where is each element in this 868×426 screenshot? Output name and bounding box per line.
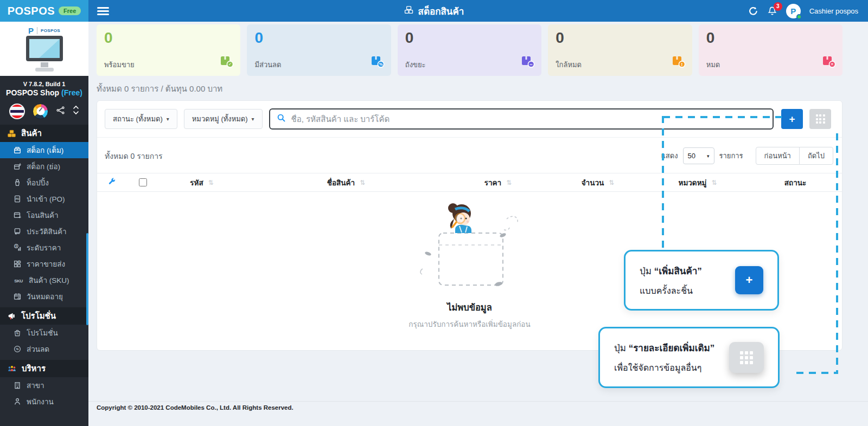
quick-icons-row: [0, 102, 88, 120]
section-management[interactable]: บริหาร: [0, 360, 88, 377]
transfer-box-icon: [13, 211, 22, 220]
card-value: 0: [405, 30, 534, 47]
svg-text:−: −: [530, 62, 533, 67]
sidebar-item-history[interactable]: ประวัติสินค้า: [0, 223, 88, 240]
sidebar-item-promotion[interactable]: % โปรโมชั่น: [0, 325, 88, 341]
pospos-mini-logo: P POSPOS: [28, 26, 60, 35]
column-price[interactable]: ราคา ⇅: [447, 177, 549, 189]
sidebar-item-label: พนักงาน: [27, 396, 54, 408]
section-promotion[interactable]: โปรโมชั่น: [0, 307, 88, 325]
svg-text:PO: PO: [16, 198, 20, 201]
sidebar-item-sku[interactable]: SKU สินค้า (SKU): [0, 272, 88, 288]
callout-more-details: ปุ่ม “รายละเอียดเพิ่มเติม” เพื่อใช้จัดกา…: [598, 327, 780, 388]
monitor-illustration: [20, 35, 69, 74]
status-filter-dropdown[interactable]: สถานะ (ทั้งหมด) ▾: [105, 109, 177, 129]
price-level-icon: $: [13, 243, 22, 252]
add-product-button[interactable]: +: [781, 109, 803, 129]
sidebar-item-label: ประวัติสินค้า: [27, 225, 67, 237]
sidebar-item-label: สาขา: [27, 379, 44, 391]
sidebar-item-staff[interactable]: พนักงาน: [0, 393, 88, 410]
sidebar-item-branch[interactable]: สาขา: [0, 377, 88, 393]
grid-icon: [816, 114, 825, 124]
section-products[interactable]: สินค้า: [0, 125, 88, 142]
per-page-select[interactable]: 50 ▾: [683, 147, 714, 164]
card-value: 0: [706, 30, 835, 47]
sku-icon: SKU: [13, 276, 24, 285]
branch-building-icon: [13, 381, 22, 390]
stock-full-icon: [13, 146, 22, 154]
sidebar-item-transfer[interactable]: โอนสินค้า: [0, 207, 88, 223]
sidebar-item-expiry[interactable]: วันหมดอายุ: [0, 288, 88, 305]
column-label: รหัส: [190, 177, 203, 189]
wholesale-price-icon: $: [13, 260, 22, 268]
select-all-checkbox[interactable]: [139, 178, 147, 186]
no-data-illustration: [407, 202, 532, 295]
dashed-connector-vertical-1: [662, 116, 664, 249]
team-icon: [7, 364, 17, 373]
footer-copyright: Copyright © 2010-2021 CodeMobiles Co., L…: [97, 404, 293, 411]
share-network-icon[interactable]: [56, 106, 65, 117]
box-percent-icon: %: [369, 53, 385, 70]
sidebar-item-stock-full[interactable]: สต็อก (เต็ม): [0, 142, 88, 158]
column-status[interactable]: สถานะ: [749, 177, 842, 189]
list-info-row: ทั้งหมด 0 รายการ แสดง 50 ▾ รายการ ก่อนหน…: [97, 138, 842, 165]
summary-line: ทั้งหมด 0 รายการ / ต้นทุน 0.00 บาท: [97, 82, 222, 95]
sidebar-item-label: ท็อปปิ้ง: [27, 177, 49, 189]
topbar-right: 3 P Cashier pospos: [748, 4, 868, 18]
per-page-value: 50: [688, 152, 695, 160]
card-ready-to-sell[interactable]: 0 พร้อมขาย ✓: [97, 24, 240, 76]
next-page-button[interactable]: ถัดไป: [799, 147, 833, 165]
avatar-letter: P: [790, 7, 796, 16]
section-products-label: สินค้า: [21, 127, 42, 140]
callout-add-product: ปุ่ม “เพิ่มสินค้า” แบบครั้งละชิ้น +: [624, 250, 779, 311]
wrench-icon: [108, 178, 116, 188]
svg-text:$: $: [15, 245, 17, 248]
search-icon: [277, 113, 286, 125]
sidebar-item-topping[interactable]: ท็อปปิ้ง: [0, 175, 88, 191]
menu-toggle-icon[interactable]: [97, 5, 109, 17]
sidebar-item-discount[interactable]: % ส่วนลด: [0, 341, 88, 357]
sidebar-item-price-level[interactable]: $ ระดับราคา: [0, 240, 88, 256]
app-root: POSPOS Free สต็อกสินค้า: [0, 0, 868, 426]
card-label: ใกล้หมด: [556, 59, 582, 70]
sidebar-item-wholesale[interactable]: $ ราคาขายส่ง: [0, 256, 88, 272]
svg-text:✓: ✓: [228, 62, 232, 67]
card-trash[interactable]: 0 ถังขยะ −: [398, 24, 541, 76]
card-out-of-stock[interactable]: 0 หมด ✕: [699, 24, 843, 76]
svg-text:SKU: SKU: [14, 279, 23, 283]
column-product-name[interactable]: ชื่อสินค้า ⇅: [245, 177, 447, 189]
grid-icon: [740, 351, 753, 364]
sidebar-item-import-po[interactable]: PO นำเข้า (PO): [0, 191, 88, 207]
prev-page-button[interactable]: ก่อนหน้า: [756, 147, 800, 165]
column-code[interactable]: รหัส ⇅: [158, 177, 245, 189]
mini-logo-text: POSPOS: [41, 28, 60, 33]
sidebar-item-stock-short[interactable]: สต็อก (ย่อ): [0, 158, 88, 175]
svg-text:✕: ✕: [831, 62, 834, 67]
notifications-bell-icon[interactable]: 3: [767, 6, 777, 16]
column-label: ราคา: [484, 177, 501, 189]
dashboard-gauge-icon[interactable]: [33, 104, 48, 119]
total-items-text: ทั้งหมด 0 รายการ: [105, 150, 163, 162]
expand-collapse-icon[interactable]: [73, 105, 79, 118]
column-tools[interactable]: [97, 178, 127, 188]
pagination: ก่อนหน้า ถัดไป: [756, 147, 833, 165]
column-quantity[interactable]: จำนวน ⇅: [549, 177, 647, 189]
more-details-button[interactable]: [809, 109, 831, 129]
products-boxes-icon: [7, 129, 16, 138]
card-low-stock[interactable]: 0 ใกล้หมด !: [548, 24, 692, 76]
add-product-button-preview: +: [735, 266, 763, 294]
brand-text: POSPOS: [8, 5, 55, 17]
thai-flag-icon[interactable]: [9, 104, 25, 119]
version-text: V 7.8.2, Build 1: [0, 81, 88, 87]
avatar[interactable]: P: [786, 4, 801, 18]
refresh-icon[interactable]: [748, 6, 758, 16]
callout-description: แบบครั้งละชิ้น: [640, 284, 702, 298]
category-filter-dropdown[interactable]: หมวดหมู่ (ทั้งหมด) ▾: [184, 109, 263, 129]
sidebar-logo-area: P POSPOS: [0, 22, 88, 76]
staff-person-icon: [13, 397, 22, 406]
sidebar-scrollbar[interactable]: [86, 233, 88, 325]
column-label: สถานะ: [784, 177, 806, 189]
card-discounted[interactable]: 0 มีส่วนลด %: [247, 24, 391, 76]
section-management-label: บริหาร: [22, 362, 46, 375]
sidebar-item-label: ระดับราคา: [27, 242, 61, 254]
